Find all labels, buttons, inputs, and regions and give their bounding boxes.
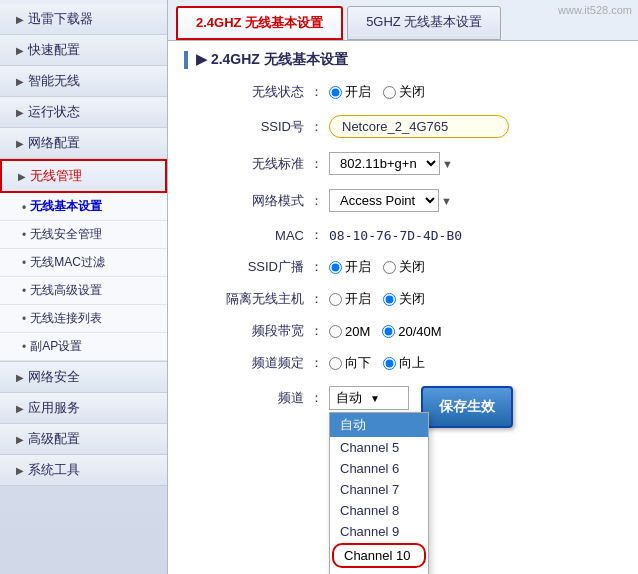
channel-row: 频道 ： 自动 ▼ 自动 Channel 5 Channel 6 Channel…: [184, 384, 622, 430]
wifi-status-off[interactable]: 关闭: [383, 83, 425, 101]
sidebar-item-highconfig[interactable]: ▶ 高级配置: [0, 424, 167, 455]
sidebar-label-highconfig: 高级配置: [28, 430, 80, 448]
subitem-label-connlist: 无线连接列表: [30, 310, 102, 327]
main-content: 2.4GHZ 无线基本设置 5GHZ 无线基本设置 ▶ 2.4GHZ 无线基本设…: [168, 0, 638, 574]
wifi-off-label: 关闭: [399, 83, 425, 101]
wifi-status-label: 无线状态: [184, 83, 304, 101]
channel-option-7[interactable]: Channel 7: [330, 479, 428, 500]
sidebar-label-appservice: 应用服务: [28, 399, 80, 417]
wifi-status-on[interactable]: 开启: [329, 83, 371, 101]
bandwidth-radio: 20M 20/40M: [329, 324, 442, 339]
isolate-on-label: 开启: [345, 290, 371, 308]
subitem-label-advanced: 无线高级设置: [30, 282, 102, 299]
channel-dropdown-menu: 自动 Channel 5 Channel 6 Channel 7 Channel…: [329, 412, 429, 574]
sidebar-item-quickconfig[interactable]: ▶ 快速配置: [0, 35, 167, 66]
channel-option-6[interactable]: Channel 6: [330, 458, 428, 479]
ssid-broadcast-radio: 开启 关闭: [329, 258, 425, 276]
sidebar-subitem-basicconfig[interactable]: 无线基本设置: [0, 193, 167, 221]
wifi-on-label: 开启: [345, 83, 371, 101]
arrow-icon: ▶: [16, 76, 24, 87]
standard-label: 无线标准: [184, 155, 304, 173]
channel-option-8[interactable]: Channel 8: [330, 500, 428, 521]
ssid-broadcast-on[interactable]: 开启: [329, 258, 371, 276]
arrow-icon: ▶: [16, 434, 24, 445]
wifi-status-row: 无线状态 ： 开启 关闭: [184, 81, 622, 103]
ssid-input[interactable]: [329, 115, 509, 138]
mac-value: 08-10-76-7D-4D-B0: [329, 228, 462, 243]
arrow-icon: ▶: [16, 372, 24, 383]
sidebar-item-wifimanage[interactable]: ▶ 无线管理: [0, 159, 167, 193]
arrow-icon: ▶: [18, 171, 26, 182]
isolate-on[interactable]: 开启: [329, 290, 371, 308]
sidebar-label-smartwifi: 智能无线: [28, 72, 80, 90]
sidebar-item-netconfig[interactable]: ▶ 网络配置: [0, 128, 167, 159]
freqdir-down[interactable]: 向下: [329, 354, 371, 372]
subitem-label-basicconfig: 无线基本设置: [30, 198, 102, 215]
channel-select-trigger[interactable]: 自动 ▼: [329, 386, 409, 410]
sidebar-item-systools[interactable]: ▶ 系统工具: [0, 455, 167, 486]
arrow-icon: ▶: [16, 403, 24, 414]
bw-20m-radio[interactable]: [329, 325, 342, 338]
channel-option-auto[interactable]: 自动: [330, 413, 428, 437]
sidebar-label-runstatus: 运行状态: [28, 103, 80, 121]
freqdir-up-radio[interactable]: [383, 357, 396, 370]
sidebar-subitem-advanced[interactable]: 无线高级设置: [0, 277, 167, 305]
tab-5ghz[interactable]: 5GHZ 无线基本设置: [347, 6, 501, 40]
netmode-row: 网络模式 ： Access PointClientWDSAP+WDS ▼: [184, 187, 622, 214]
arrow-icon: ▶: [16, 465, 24, 476]
wifi-on-radio[interactable]: [329, 86, 342, 99]
sidebar-item-appservice[interactable]: ▶ 应用服务: [0, 393, 167, 424]
bandwidth-20m[interactable]: 20M: [329, 324, 370, 339]
isolate-off-radio[interactable]: [383, 293, 396, 306]
channel-selected-value: 自动: [336, 389, 362, 407]
sidebar-item-runstatus[interactable]: ▶ 运行状态: [0, 97, 167, 128]
isolate-label: 隔离无线主机: [184, 290, 304, 308]
bw-20-40m-label: 20/40M: [398, 324, 441, 339]
bw-20m-label: 20M: [345, 324, 370, 339]
isolate-on-radio[interactable]: [329, 293, 342, 306]
wifi-off-radio[interactable]: [383, 86, 396, 99]
arrow-icon: ▶: [16, 14, 24, 25]
channel-option-9[interactable]: Channel 9: [330, 521, 428, 542]
channel-option-11[interactable]: Channel 11: [330, 569, 428, 574]
ssid-broadcast-label: SSID广播: [184, 258, 304, 276]
tab-24ghz[interactable]: 2.4GHZ 无线基本设置: [176, 6, 343, 40]
arrow-icon: ▶: [16, 107, 24, 118]
freqdir-row: 频道频定 ： 向下 向上: [184, 352, 622, 374]
netmode-dropdown-arrow: ▼: [441, 195, 452, 207]
ssid-bcast-on-label: 开启: [345, 258, 371, 276]
ssid-broadcast-off[interactable]: 关闭: [383, 258, 425, 276]
freqdir-down-radio[interactable]: [329, 357, 342, 370]
sidebar-label-netconfig: 网络配置: [28, 134, 80, 152]
ssid-bcast-off-radio[interactable]: [383, 261, 396, 274]
standard-row: 无线标准 ： 802.11b+g+n802.11b802.11g802.11n …: [184, 150, 622, 177]
standard-select[interactable]: 802.11b+g+n802.11b802.11g802.11n: [329, 152, 440, 175]
netmode-select[interactable]: Access PointClientWDSAP+WDS: [329, 189, 439, 212]
sidebar: ▶ 迅雷下载器 ▶ 快速配置 ▶ 智能无线 ▶ 运行状态 ▶ 网络配置 ▶ 无线…: [0, 0, 168, 574]
netmode-label: 网络模式: [184, 192, 304, 210]
sidebar-subitem-connlist[interactable]: 无线连接列表: [0, 305, 167, 333]
isolate-off[interactable]: 关闭: [383, 290, 425, 308]
channel-dropdown-container: 自动 ▼ 自动 Channel 5 Channel 6 Channel 7 Ch…: [329, 386, 409, 410]
sidebar-item-smartwifi[interactable]: ▶ 智能无线: [0, 66, 167, 97]
ssid-bcast-on-radio[interactable]: [329, 261, 342, 274]
bw-20-40m-radio[interactable]: [382, 325, 395, 338]
sidebar-subitem-macfilter[interactable]: 无线MAC过滤: [0, 249, 167, 277]
channel-option-10[interactable]: Channel 10: [332, 543, 426, 568]
channel-option-5[interactable]: Channel 5: [330, 437, 428, 458]
isolate-radio: 开启 关闭: [329, 290, 425, 308]
sidebar-subitem-security[interactable]: 无线安全管理: [0, 221, 167, 249]
standard-dropdown-arrow: ▼: [442, 158, 453, 170]
tab-24ghz-label: 2.4GHZ 无线基本设置: [196, 15, 323, 30]
freqdir-up-label: 向上: [399, 354, 425, 372]
sidebar-subitem-apcfg[interactable]: 副AP设置: [0, 333, 167, 361]
freqdir-up[interactable]: 向上: [383, 354, 425, 372]
sidebar-item-download[interactable]: ▶ 迅雷下载器: [0, 4, 167, 35]
save-button[interactable]: 保存生效: [421, 386, 513, 428]
sidebar-submenu: 无线基本设置 无线安全管理 无线MAC过滤 无线高级设置 无线连接列表 副AP设…: [0, 193, 167, 362]
tab-5ghz-label: 5GHZ 无线基本设置: [366, 14, 482, 29]
bandwidth-20-40m[interactable]: 20/40M: [382, 324, 441, 339]
sidebar-item-netsec[interactable]: ▶ 网络安全: [0, 362, 167, 393]
sidebar-label-netsec: 网络安全: [28, 368, 80, 386]
watermark: www.it528.com: [558, 4, 632, 16]
